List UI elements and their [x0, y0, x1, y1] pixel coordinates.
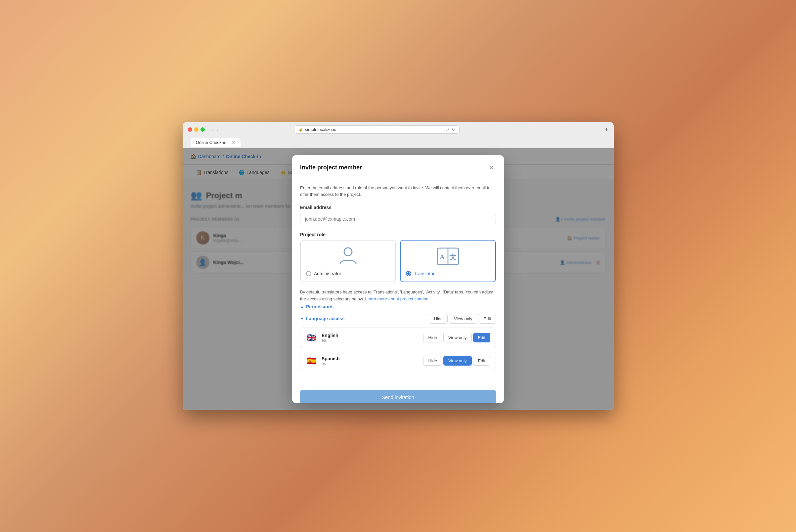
browser-chrome: ‹ › 🔒 simplelocalize.io ⇄ ↻ + Online Che…: [183, 122, 614, 148]
forward-button[interactable]: ›: [216, 126, 220, 133]
english-lang-info: 🇬🇧 English en: [306, 332, 338, 344]
role-label: Project role: [300, 232, 496, 237]
role-section: Project role: [300, 232, 496, 282]
translator-role-card[interactable]: A 文 Translator: [400, 240, 496, 282]
modal-footer: Send invitation: [292, 384, 504, 403]
english-permission-buttons: Hide View only Edit: [423, 333, 490, 342]
minimize-traffic-light[interactable]: [194, 127, 198, 132]
traffic-lights: [188, 127, 205, 132]
english-code: en: [322, 338, 338, 343]
spanish-language-row: 🇪🇸 Spanish es Hide View only Edi: [300, 351, 496, 371]
modal-close-button[interactable]: ✕: [487, 163, 496, 172]
back-button[interactable]: ‹: [210, 126, 214, 133]
permissions-chevron-icon: ▲: [300, 304, 304, 309]
maximize-traffic-light[interactable]: [201, 127, 205, 132]
modal-body: Enter the email address and role of the …: [292, 178, 504, 384]
close-traffic-light[interactable]: [188, 127, 192, 132]
spanish-edit-button[interactable]: Edit: [473, 356, 490, 366]
spanish-lang-info: 🇪🇸 Spanish es: [306, 355, 339, 367]
svg-text:文: 文: [450, 253, 456, 261]
email-input[interactable]: [300, 213, 496, 225]
english-name: English: [322, 333, 338, 338]
permissions-label: Permissions: [306, 304, 334, 309]
browser-tab[interactable]: Online Check-in ✕: [191, 138, 241, 147]
global-edit-button[interactable]: Edit: [479, 314, 496, 324]
modal-title: Invite project member: [300, 164, 362, 171]
translator-icon: A 文: [436, 246, 460, 267]
refresh-icon[interactable]: ↻: [452, 127, 455, 132]
global-permission-buttons: Hide View only Edit: [429, 314, 496, 324]
language-access-chevron-icon: ▼: [300, 316, 304, 321]
spanish-code: es: [322, 361, 339, 366]
modal-overlay[interactable]: Invite project member ✕ Enter the email …: [183, 148, 614, 410]
language-access-toggle[interactable]: ▼ Language access: [300, 316, 345, 321]
spanish-hide-button[interactable]: Hide: [423, 356, 442, 366]
new-tab-button[interactable]: +: [605, 126, 608, 133]
english-language-row: 🇬🇧 English en Hide View only Edi: [300, 327, 496, 348]
modal-header: Invite project member ✕: [292, 155, 504, 178]
administrator-icon: [338, 246, 359, 267]
learn-more-link[interactable]: Learn more about project sharing.: [365, 297, 430, 301]
administrator-role-card[interactable]: Administrator: [300, 240, 396, 282]
english-hide-button[interactable]: Hide: [423, 333, 442, 342]
invite-member-modal: Invite project member ✕ Enter the email …: [292, 155, 504, 403]
role-cards: Administrator A 文: [300, 240, 496, 282]
send-invitation-button[interactable]: Send invitation: [300, 390, 496, 403]
global-view-only-button[interactable]: View only: [449, 314, 477, 324]
english-flag: 🇬🇧: [306, 332, 318, 344]
translator-radio-row: Translator: [406, 271, 435, 276]
spanish-permission-buttons: Hide View only Edit: [423, 356, 490, 366]
spanish-name: Spanish: [322, 356, 339, 361]
english-view-only-button[interactable]: View only: [443, 333, 471, 342]
translator-note: By default, translators have access to '…: [300, 289, 496, 303]
spanish-view-only-button[interactable]: View only: [443, 356, 471, 366]
app-background: 🏠 Dashboard / Online Check-in 📋 Translat…: [183, 148, 614, 410]
translate-icon: ⇄: [446, 127, 450, 132]
language-access-section: ▼ Language access Hide View only Edit: [300, 314, 496, 371]
address-bar[interactable]: 🔒 simplelocalize.io ⇄ ↻: [294, 126, 459, 134]
permissions-toggle[interactable]: ▲ Permissions: [300, 304, 496, 309]
global-hide-button[interactable]: Hide: [429, 314, 448, 324]
tab-close-icon[interactable]: ✕: [232, 140, 235, 145]
translator-radio[interactable]: [406, 271, 411, 276]
spanish-flag: 🇪🇸: [306, 355, 318, 367]
browser-window: ‹ › 🔒 simplelocalize.io ⇄ ↻ + Online Che…: [183, 122, 614, 410]
administrator-radio[interactable]: [306, 271, 311, 276]
lock-icon: 🔒: [299, 127, 303, 132]
administrator-radio-row: Administrator: [306, 271, 341, 276]
url-display: simplelocalize.io: [305, 127, 337, 132]
language-access-label: Language access: [306, 316, 345, 321]
svg-point-0: [344, 248, 352, 256]
tab-title: Online Check-in: [196, 140, 227, 145]
permissions-section: ▲ Permissions ▼ Language access: [300, 304, 496, 371]
administrator-label: Administrator: [314, 271, 341, 276]
translator-label: Translator: [414, 271, 435, 276]
email-label: Email address: [300, 205, 496, 210]
english-edit-button[interactable]: Edit: [473, 333, 490, 342]
language-access-header: ▼ Language access Hide View only Edit: [300, 314, 496, 324]
modal-description: Enter the email address and role of the …: [300, 185, 496, 198]
svg-text:A: A: [440, 253, 445, 261]
